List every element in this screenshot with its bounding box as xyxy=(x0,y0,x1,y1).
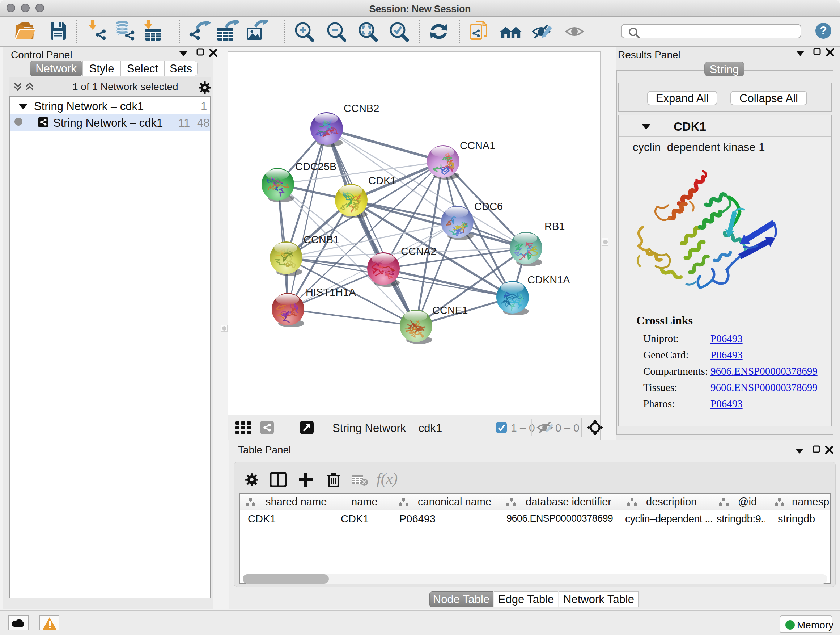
svg-text:CCNA2: CCNA2 xyxy=(401,245,436,257)
svg-text:RB1: RB1 xyxy=(545,220,565,232)
svg-text:CCNA1: CCNA1 xyxy=(460,140,495,151)
svg-text:CCNB1: CCNB1 xyxy=(303,234,339,245)
svg-text:?: ? xyxy=(820,24,827,37)
svg-text:CDK1: CDK1 xyxy=(368,175,396,187)
svg-text:CDKN1A: CDKN1A xyxy=(527,274,570,286)
svg-text:HIST1H1A: HIST1H1A xyxy=(306,287,356,298)
svg-text:CCNE1: CCNE1 xyxy=(432,304,468,316)
svg-text:CDC6: CDC6 xyxy=(474,201,503,212)
svg-text:CCNB2: CCNB2 xyxy=(344,103,379,114)
svg-text:CDC25B: CDC25B xyxy=(295,161,336,172)
